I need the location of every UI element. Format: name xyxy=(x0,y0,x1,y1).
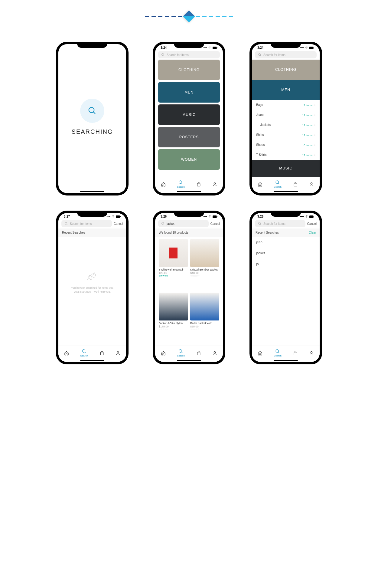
tab-label: Search xyxy=(274,186,281,188)
svg-rect-37 xyxy=(314,216,314,217)
product-card[interactable]: Parka Jacket With$65.00☆☆☆☆☆ xyxy=(190,293,219,343)
category-posters[interactable]: POSTERS xyxy=(158,127,220,147)
category-men[interactable]: MEN xyxy=(158,82,220,103)
status-icons: •••• xyxy=(203,46,217,49)
phone-categories: 3:24 •••• CLOTHINGMENMUSICPOSTERSWOMEN S… xyxy=(153,42,225,195)
svg-rect-36 xyxy=(309,215,314,218)
cancel-button[interactable]: Cancel xyxy=(114,222,123,225)
tab-profile[interactable] xyxy=(212,351,217,356)
cancel-button[interactable]: Cancel xyxy=(210,222,220,225)
recent-header: Recent Searches xyxy=(58,228,126,237)
category-clothing[interactable]: CLOTHING xyxy=(158,60,220,80)
home-icon xyxy=(161,351,166,356)
search-input[interactable] xyxy=(158,220,209,227)
tab-bar: Search xyxy=(58,346,126,362)
status-time: 3:27 xyxy=(64,215,70,218)
subcat-t-shirts[interactable]: T-Shirts17 items› xyxy=(252,150,320,160)
product-card[interactable]: T-Shirt with Mountain$28.00★★★★★ xyxy=(159,239,188,290)
search-icon xyxy=(258,222,262,225)
search-field[interactable] xyxy=(263,53,314,57)
product-card[interactable]: Knitted Bomber Jacket$48.00☆☆☆☆☆ xyxy=(190,239,219,290)
home-icon xyxy=(64,351,69,356)
subcat-bags[interactable]: Bags7 items› xyxy=(252,100,320,110)
status-icons: •••• xyxy=(300,215,314,218)
tab-home[interactable] xyxy=(64,351,69,356)
status-time: 3:24 xyxy=(161,46,167,49)
tab-home[interactable] xyxy=(161,351,166,356)
tab-bag[interactable] xyxy=(196,351,201,356)
tab-home[interactable] xyxy=(258,351,262,356)
tab-bar: Search xyxy=(252,346,320,362)
user-icon xyxy=(212,182,217,187)
subcat-shirts[interactable]: Shirts12 items› xyxy=(252,130,320,140)
tab-bar: Search xyxy=(155,346,223,362)
search-field[interactable] xyxy=(263,222,302,225)
category-women[interactable]: WOMEN xyxy=(158,149,220,170)
search-field[interactable] xyxy=(167,222,206,225)
tab-label: Search xyxy=(274,354,281,357)
cancel-button[interactable]: Cancel xyxy=(307,222,317,225)
phone-recent-filled: 3:26 •••• Cancel Recent Searches Clear j… xyxy=(249,211,322,364)
svg-point-6 xyxy=(179,181,182,183)
tab-profile[interactable] xyxy=(212,182,217,187)
battery-icon xyxy=(213,47,217,49)
tab-search[interactable]: Search xyxy=(177,349,184,357)
category-music[interactable]: MUSIC xyxy=(158,104,220,125)
search-field[interactable] xyxy=(167,53,217,57)
user-icon xyxy=(309,351,314,356)
wifi-icon xyxy=(208,215,212,218)
svg-rect-18 xyxy=(116,215,120,218)
tab-bag[interactable] xyxy=(293,182,298,187)
category-music[interactable]: MUSIC xyxy=(252,160,320,177)
recent-item[interactable]: ja xyxy=(252,258,320,269)
tab-profile[interactable] xyxy=(309,351,314,356)
recent-item[interactable]: jean xyxy=(252,237,320,248)
tab-profile[interactable] xyxy=(309,182,314,187)
tab-home[interactable] xyxy=(258,182,262,187)
tab-home[interactable] xyxy=(161,182,166,187)
search-input[interactable] xyxy=(158,51,220,58)
search-input[interactable] xyxy=(61,220,112,227)
tab-bag[interactable] xyxy=(99,351,104,356)
tab-label: Search xyxy=(80,354,88,357)
tab-bag[interactable] xyxy=(293,351,298,356)
svg-rect-8 xyxy=(197,183,200,186)
phone-search-results: 3:26 •••• Cancel We found 18 products T-… xyxy=(153,211,225,364)
tab-search[interactable]: Search xyxy=(177,180,184,188)
battery-icon xyxy=(309,215,314,218)
svg-point-20 xyxy=(65,222,67,225)
search-field[interactable] xyxy=(70,222,109,225)
user-icon xyxy=(212,351,217,356)
search-icon xyxy=(161,53,165,57)
clear-button[interactable]: Clear xyxy=(309,231,316,234)
search-input[interactable] xyxy=(255,51,317,58)
signal-icon: •••• xyxy=(300,46,304,49)
category-men[interactable]: MEN xyxy=(252,80,320,100)
tab-profile[interactable] xyxy=(116,351,120,356)
subcat-jackets[interactable]: Jackets12 items› xyxy=(252,120,320,130)
category-clothing[interactable]: CLOTHING xyxy=(252,60,320,80)
svg-point-0 xyxy=(89,107,94,113)
tab-search[interactable]: Search xyxy=(274,349,281,357)
wifi-icon xyxy=(208,46,212,49)
tab-search[interactable]: Search xyxy=(80,349,88,357)
tab-label: Search xyxy=(177,354,184,357)
phone-categories-expanded: 3:24 •••• CLOTHINGMENBags7 items›Jeans12… xyxy=(249,42,322,195)
tab-bar: Search xyxy=(252,177,320,193)
recent-item[interactable]: jacket xyxy=(252,248,320,258)
searching-title: SEARCHING xyxy=(58,128,126,135)
svg-rect-28 xyxy=(213,215,217,218)
tab-label: Search xyxy=(177,186,184,188)
product-card[interactable]: Jacket J-Eiko Nylon$175.00☆☆☆☆☆ xyxy=(159,293,188,343)
search-input[interactable] xyxy=(255,220,305,227)
user-icon xyxy=(116,351,120,356)
subcat-shoes[interactable]: Shoes0 items› xyxy=(252,140,320,150)
svg-point-30 xyxy=(162,222,164,225)
tab-search[interactable]: Search xyxy=(274,180,281,188)
subcat-jeans[interactable]: Jeans12 items› xyxy=(252,110,320,120)
svg-rect-42 xyxy=(294,352,297,355)
status-bar: 3:26 •••• xyxy=(155,213,223,219)
svg-point-23 xyxy=(92,274,96,278)
tab-bag[interactable] xyxy=(196,182,201,187)
status-icons: •••• xyxy=(203,215,217,218)
